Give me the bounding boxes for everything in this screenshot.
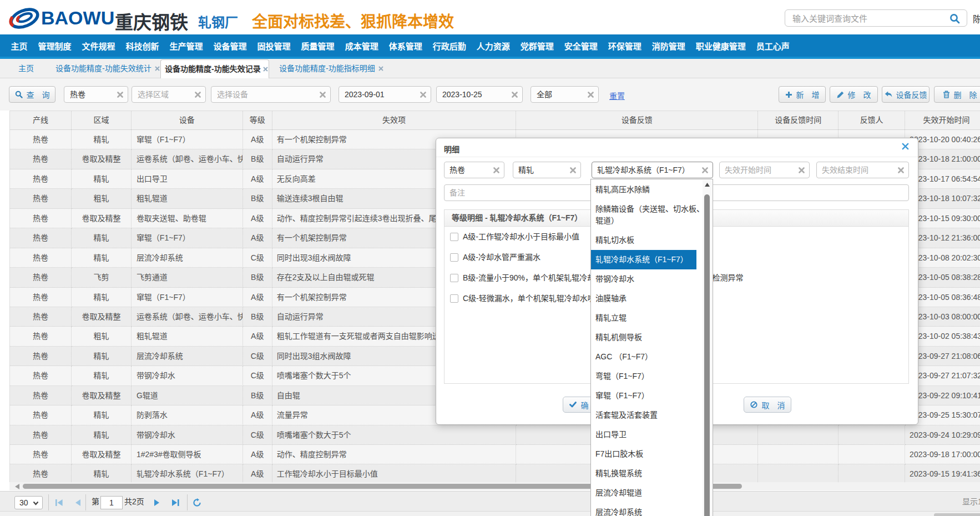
dropdown-item[interactable]: AGC （F1~F7） — [591, 347, 705, 367]
file-search-input[interactable] — [791, 11, 949, 27]
dropdown-item[interactable]: 活套辊及活套装置 — [591, 405, 705, 425]
column-header[interactable]: 产线 — [10, 111, 72, 129]
clear-icon[interactable] — [493, 167, 499, 173]
dialog-field-line[interactable]: 热卷 — [444, 162, 504, 178]
dialog-field-end-time[interactable]: 失效结束时间 — [816, 162, 909, 178]
scroll-up-arrow-icon[interactable] — [703, 180, 712, 189]
nav-item[interactable]: 成本管理 — [340, 40, 383, 52]
clear-icon[interactable] — [320, 92, 326, 98]
dialog-field-device[interactable]: 轧辊冷却水系统（F1~F7） — [592, 162, 713, 178]
dropdown-item[interactable]: 油膜轴承 — [591, 289, 705, 308]
refresh-icon[interactable] — [191, 496, 203, 509]
dropdown-item[interactable]: 精轧立辊 — [591, 308, 705, 328]
tab-failure-record[interactable]: 设备功能精度-功能失效记录 — [160, 59, 269, 79]
next-page-button[interactable] — [151, 496, 162, 509]
dropdown-scrollbar[interactable] — [703, 180, 712, 516]
nav-item[interactable]: 安全管理 — [559, 40, 603, 52]
dropdown-item[interactable]: 精轧机侧导板 — [591, 328, 705, 347]
device-feedback-button[interactable]: 设备反馈 — [882, 86, 930, 103]
clear-icon[interactable] — [570, 167, 576, 173]
checkbox[interactable] — [450, 294, 458, 303]
table-row[interactable]: 热卷 精轧 轧辊冷却水系统（F1~F7） A级 工作辊冷却水小于目标最小值 20… — [10, 464, 980, 484]
dropdown-item[interactable]: 轧辊冷却水系统（F1~F7） — [591, 250, 696, 269]
clear-icon[interactable] — [799, 167, 805, 173]
column-header[interactable]: 失效项 — [272, 111, 517, 129]
column-header[interactable]: 设备反馈时间 — [758, 111, 838, 129]
checkbox[interactable] — [450, 274, 458, 282]
delete-button[interactable]: 删 除 — [934, 86, 980, 103]
tab-close-icon[interactable] — [378, 66, 383, 71]
dialog-close-icon[interactable] — [902, 143, 909, 150]
filter-area[interactable]: 选择区域 — [132, 86, 206, 103]
clear-icon[interactable] — [898, 167, 904, 173]
clear-icon[interactable] — [588, 92, 594, 98]
filter-end-date[interactable]: 2023-10-25 — [436, 86, 523, 103]
page-number-input[interactable] — [100, 496, 123, 509]
dropdown-item[interactable]: 层流冷却系统 — [591, 503, 705, 516]
nav-item[interactable]: 固投管理 — [252, 40, 296, 52]
prev-page-button[interactable] — [72, 496, 83, 509]
nav-item[interactable]: 人力资源 — [471, 40, 515, 52]
nav-item[interactable]: 设备管理 — [208, 40, 252, 52]
horizontal-scrollbar[interactable] — [9, 482, 980, 490]
dropdown-item[interactable]: 除鳞箱设备（夹送辊、切水板、辊道） — [591, 199, 705, 231]
dropdown-item[interactable]: 精轧换辊系统 — [591, 464, 705, 483]
tab-failure-stat[interactable]: 设备功能精度-功能失效统计 — [55, 59, 160, 78]
scroll-left-arrow-icon[interactable] — [13, 483, 21, 489]
clear-icon[interactable] — [195, 92, 201, 98]
dropdown-item[interactable]: 带钢冷却水 — [591, 269, 705, 289]
clear-icon[interactable] — [117, 92, 123, 98]
reset-link[interactable]: 重置 — [609, 90, 625, 101]
query-button[interactable]: 查 询 — [9, 86, 55, 103]
dropdown-scrollbar-thumb[interactable] — [704, 194, 710, 516]
column-header[interactable]: 设备反馈 — [516, 111, 758, 129]
tab-indicator-detail[interactable]: 设备功能精度-功能指标明细 — [279, 59, 383, 78]
edit-button[interactable]: 修 改 — [830, 86, 878, 103]
tab-home[interactable]: 主页 — [18, 59, 34, 78]
table-row[interactable]: 热卷 精轧 带钢冷却水 C级 喷嘴堵塞个数大于5个 2023-09-24 10:… — [10, 425, 980, 445]
column-header[interactable]: 反馈人 — [838, 111, 905, 129]
nav-item[interactable]: 质量管理 — [296, 40, 340, 52]
dropdown-item[interactable]: 精轧高压水除鳞 — [591, 180, 705, 199]
dialog-field-start-time[interactable]: 失效开始时间 — [719, 162, 810, 178]
table-row[interactable]: 热卷 卷取及精整 1#2#3#卷取侧导板 A级 动作、精度控制异常 2023-0… — [10, 445, 980, 464]
nav-item[interactable]: 党群管理 — [515, 40, 559, 52]
cancel-button[interactable]: 取 消 — [744, 397, 791, 413]
nav-item[interactable]: 管理制度 — [33, 40, 77, 52]
nav-item[interactable]: 文件规程 — [77, 40, 120, 52]
clear-icon[interactable] — [420, 92, 426, 98]
filter-line[interactable]: 热卷 — [64, 86, 128, 103]
add-button[interactable]: 新 增 — [779, 86, 826, 103]
page-size-select[interactable]: 30 — [14, 496, 43, 509]
first-page-button[interactable] — [53, 496, 64, 509]
user-name[interactable]: 陈 — [973, 12, 980, 25]
page-horizontal-scrollbar-thumb[interactable] — [934, 513, 980, 516]
column-header[interactable]: 区域 — [72, 111, 132, 129]
dropdown-item[interactable]: 弯辊（F1~F7） — [591, 367, 705, 386]
checkbox[interactable] — [450, 253, 458, 262]
filter-status[interactable]: 全部 — [531, 86, 599, 103]
column-header[interactable]: 等级 — [243, 111, 272, 129]
dropdown-item[interactable]: 层流冷却辊道 — [591, 483, 705, 503]
nav-item[interactable]: 生产管理 — [164, 40, 208, 52]
column-header[interactable]: 失效开始时间 — [905, 111, 980, 129]
nav-item[interactable]: 员工心声 — [751, 40, 795, 52]
dialog-field-area[interactable]: 精轧 — [513, 162, 581, 178]
nav-item[interactable]: 体系管理 — [383, 40, 427, 52]
nav-item[interactable]: 环保管理 — [603, 40, 646, 52]
checkbox[interactable] — [450, 233, 458, 241]
nav-item[interactable]: 科技创新 — [120, 40, 164, 52]
filter-start-date[interactable]: 2023-09-01 — [339, 86, 431, 103]
last-page-button[interactable] — [170, 496, 181, 509]
tab-close-icon[interactable] — [155, 66, 160, 71]
tab-close-icon[interactable] — [263, 67, 268, 72]
column-header[interactable]: 设备 — [132, 111, 243, 129]
dropdown-item[interactable]: 出口导卫 — [591, 425, 705, 444]
nav-item[interactable]: 行政后勤 — [427, 40, 471, 52]
filter-device[interactable]: 选择设备 — [211, 86, 331, 103]
dropdown-item[interactable]: F7出口胶木板 — [591, 444, 705, 464]
nav-item[interactable]: 职业健康管理 — [690, 40, 751, 52]
dropdown-item[interactable]: 窜辊（F1~F7） — [591, 386, 705, 405]
nav-item[interactable]: 消防管理 — [646, 40, 690, 52]
clear-icon[interactable] — [702, 167, 708, 173]
